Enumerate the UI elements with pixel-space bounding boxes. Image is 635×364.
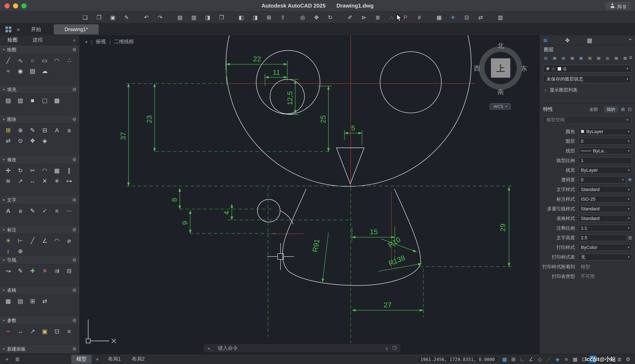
print-icon[interactable]: ▤	[176, 13, 184, 22]
viewport-view-control[interactable]: 俯视	[96, 38, 106, 45]
palette-section-header[interactable]: ▾标注⚙	[0, 226, 80, 234]
move-icon[interactable]: ✛	[3, 166, 13, 175]
define-attribute-icon[interactable]: A	[52, 126, 62, 135]
aligned-dimension-icon[interactable]: ╱	[28, 236, 38, 245]
tab-drawing1[interactable]: Drawing1*	[54, 24, 99, 34]
lock-constraint-icon[interactable]: ▣	[40, 327, 50, 336]
edit-attribute-icon[interactable]: a	[64, 126, 74, 135]
data-link-icon[interactable]: ⇄	[40, 296, 50, 306]
undo-icon[interactable]: ↶	[142, 13, 151, 22]
polar-tracking-icon[interactable]: ∠	[528, 356, 535, 363]
geometric-constraint-icon[interactable]: ━	[3, 327, 13, 336]
dropdown-arrow-icon[interactable]: ▾	[628, 168, 630, 172]
view-compass[interactable]: 上 北 南 西 东	[474, 42, 527, 95]
lineweight-display-icon[interactable]: ≡	[563, 356, 570, 363]
group-edit-icon[interactable]: ◈	[40, 136, 50, 145]
new-layout-button[interactable]: +	[92, 356, 102, 363]
diameter-dimension-icon[interactable]: ⌀	[64, 236, 74, 245]
explode-icon[interactable]: ✳	[52, 176, 62, 186]
filter-all-button[interactable]: 全部	[586, 106, 601, 113]
join-icon[interactable]: ⊶	[64, 176, 74, 186]
attach-reference-icon[interactable]: ⊞	[264, 13, 274, 22]
viewcube-north-label[interactable]: 北	[498, 42, 504, 49]
write-block-icon[interactable]: ⊟	[40, 126, 50, 135]
pan-icon[interactable]: ✥	[312, 13, 321, 22]
system-display-icon[interactable]: ⊡	[462, 13, 471, 22]
plot-preview-icon[interactable]: ◨	[203, 13, 212, 22]
layer-translator-icon[interactable]: ≣	[373, 13, 382, 22]
remove-leader-icon[interactable]: ✕	[40, 266, 50, 276]
rectangle-icon[interactable]: ▭	[40, 56, 50, 65]
settings-gear-icon[interactable]: ⚙	[624, 356, 632, 363]
stretch-icon[interactable]: ↔	[28, 176, 38, 186]
layer-merge-icon[interactable]: ≋	[622, 55, 629, 62]
check-spelling-icon[interactable]: ✓	[40, 206, 50, 216]
edit-text-icon[interactable]: ✎	[28, 206, 38, 216]
new-file-icon[interactable]: ❏	[81, 13, 90, 22]
layer-lock-icon[interactable]: ≋	[595, 55, 602, 62]
palette-section-header[interactable]: ▾文字⚙	[0, 196, 80, 204]
solid-fill-icon[interactable]: ■	[28, 96, 38, 105]
add-leader-icon[interactable]: ✚	[28, 266, 38, 276]
chevron-down-icon[interactable]: ▾	[626, 67, 628, 70]
polyline-icon[interactable]: ∿	[16, 56, 25, 65]
command-history-toggle-icon[interactable]: ∧	[385, 346, 388, 350]
collapse-palette-icon[interactable]: «	[73, 37, 80, 43]
palette-section-header[interactable]: ▾绘图⚙	[0, 45, 80, 54]
dropdown-arrow-icon[interactable]: ▾	[628, 255, 630, 259]
gear-icon[interactable]: ⚙	[72, 47, 76, 52]
layer-unisolate-icon[interactable]: ≋	[569, 55, 576, 62]
show-constraints-icon[interactable]: ⊡	[52, 327, 62, 336]
table-icon[interactable]: ▦	[3, 296, 13, 306]
hardware-acceleration-icon[interactable]: ❐	[589, 356, 596, 363]
dropdown-arrow-icon[interactable]: ▾	[628, 226, 630, 230]
gear-icon[interactable]: ⚙	[72, 116, 76, 122]
gear-icon[interactable]: ⚙	[72, 227, 76, 232]
parameters-manager-icon[interactable]: ≡	[64, 327, 74, 336]
measure-icon[interactable]: ✐	[346, 13, 354, 22]
snap-mode-icon[interactable]: ⊞	[510, 356, 517, 363]
gradient-icon[interactable]: ▧	[16, 96, 25, 105]
dropdown-arrow-icon[interactable]: ▾	[622, 178, 624, 182]
fillet-icon[interactable]: ◠	[40, 166, 50, 175]
ellipse-icon[interactable]: ◉	[16, 66, 25, 76]
model-tab[interactable]: 模型	[72, 355, 92, 364]
offset-icon[interactable]: ≋	[3, 176, 13, 186]
layer-freeze-icon[interactable]: ≋	[578, 55, 584, 62]
multileader-icon[interactable]: ↝	[3, 266, 13, 276]
palette-section-header[interactable]: ▾填充⚙	[0, 85, 80, 94]
filter-mine-button[interactable]: 我的	[604, 106, 618, 113]
point-icon[interactable]: ∴	[64, 56, 74, 65]
layer-off-icon[interactable]: ≋	[586, 55, 594, 62]
selection-context-selector[interactable]: 模型空间 ▾	[543, 116, 632, 124]
create-block-icon[interactable]: ⊕	[16, 126, 25, 135]
table-palette-tab-icon[interactable]: ▦	[587, 37, 592, 44]
layer-isolate-icon[interactable]: ≋	[560, 55, 567, 62]
arc-icon[interactable]: ◠	[52, 56, 62, 65]
edit-block-icon[interactable]: ✎	[28, 126, 38, 135]
customization-icon[interactable]: ≣	[616, 356, 623, 363]
trim-icon[interactable]: ✂	[28, 166, 38, 175]
close-window-button[interactable]	[4, 3, 10, 8]
collect-leaders-icon[interactable]: ⊟	[64, 266, 74, 276]
line-icon[interactable]: ╱	[3, 56, 13, 65]
justify-text-icon[interactable]: ≡	[52, 206, 62, 216]
viewcube-east-label[interactable]: 东	[521, 65, 527, 72]
field-icon[interactable]: #	[415, 13, 424, 22]
hatch-edit-icon[interactable]: ▩	[52, 96, 62, 105]
transparency-display-icon[interactable]: ▩	[572, 356, 579, 363]
palette-section-header[interactable]: ▾图块⚙	[0, 115, 80, 124]
pdf-import-icon[interactable]: P	[401, 13, 410, 22]
multileader-style-icon[interactable]: ✎	[16, 266, 25, 276]
property-value[interactable]: Standard▾	[578, 186, 632, 193]
erase-icon[interactable]: ✕	[40, 176, 50, 186]
transparency-picker-icon[interactable]: ❖	[628, 177, 632, 182]
viewcube-top-label[interactable]: 上	[496, 64, 505, 73]
fullscreen-window-button[interactable]	[22, 3, 26, 8]
gear-icon[interactable]: ⚙	[72, 288, 76, 293]
hatch-point-icon[interactable]: ▨	[28, 66, 38, 76]
object-snap-icon[interactable]: ◈	[554, 356, 561, 363]
angular-dimension-icon[interactable]: ∠	[40, 236, 50, 245]
group-icon[interactable]: ❖	[28, 136, 38, 145]
new-drawing-button[interactable]: +	[16, 26, 20, 33]
